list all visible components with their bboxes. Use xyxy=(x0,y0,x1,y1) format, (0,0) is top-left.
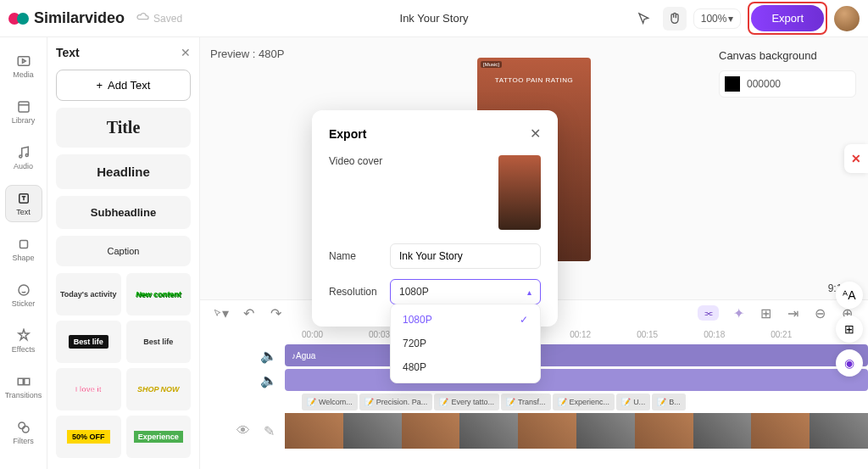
svg-point-3 xyxy=(25,154,28,157)
chevron-up-icon: ▴ xyxy=(527,288,531,297)
preset-todays-activity[interactable]: Today's activity xyxy=(56,273,121,315)
svg-rect-0 xyxy=(18,57,30,66)
text-clip[interactable]: 📝Every tatto... xyxy=(434,394,499,410)
close-icon[interactable]: ✕ xyxy=(181,46,191,59)
auto-subtitle-button[interactable]: ᴬA xyxy=(836,282,863,309)
ai-assistant-button[interactable]: ◉ xyxy=(836,349,863,377)
brand-name: Similarvideo xyxy=(34,9,125,27)
text-panel: Text ✕ +Add Text Title Headline Subheadl… xyxy=(47,37,200,469)
canvas-background-panel: Canvas background 000000 xyxy=(707,37,868,109)
nav-filters[interactable]: Filters xyxy=(5,414,42,451)
add-text-button[interactable]: +Add Text xyxy=(56,70,191,101)
mute-icon[interactable]: 🔈 xyxy=(261,372,276,388)
svg-rect-1 xyxy=(19,102,29,112)
collapse-right-tab[interactable]: ✕ xyxy=(844,144,868,173)
preset-i-love-it[interactable]: I love it xyxy=(56,368,121,410)
nav-library[interactable]: Library xyxy=(5,93,42,131)
resolution-dropdown: 1080P✓ 720P 480P xyxy=(390,304,541,383)
svg-rect-7 xyxy=(18,378,23,385)
brand-logo xyxy=(8,13,29,25)
hand-tool[interactable] xyxy=(663,7,687,31)
text-clip[interactable]: 📝Transf... xyxy=(501,394,551,410)
name-label: Name xyxy=(329,250,381,262)
voice-clip[interactable] xyxy=(285,369,868,391)
saved-label: Saved xyxy=(153,13,182,25)
export-modal: Export ✕ Video cover Name Resolution 108… xyxy=(312,110,558,327)
text-clip[interactable]: 📝Precision. Pa... xyxy=(359,394,433,410)
resolution-select[interactable]: 1080P ▴ xyxy=(390,279,541,304)
resolution-option-480p[interactable]: 480P xyxy=(391,355,540,379)
modal-title: Export xyxy=(329,127,366,141)
zoom-level[interactable]: 100% ▾ xyxy=(693,8,742,29)
video-cover-thumbnail[interactable] xyxy=(498,155,541,230)
nav-text[interactable]: Text xyxy=(5,185,42,222)
pointer-tool-timeline[interactable]: ▾ xyxy=(214,305,229,321)
text-track: 📝Welcom... 📝Precision. Pa... 📝Every tatt… xyxy=(285,394,868,410)
fit-button[interactable]: ⇥ xyxy=(785,305,800,321)
text-clip[interactable]: 📝B... xyxy=(652,394,686,410)
text-style-subheadline[interactable]: Subheadline xyxy=(56,196,191,229)
saved-indicator: Saved xyxy=(136,10,182,26)
svg-point-6 xyxy=(19,285,29,295)
chevron-down-icon: ▾ xyxy=(728,13,733,25)
preset-new-content[interactable]: New content xyxy=(126,273,192,315)
svg-point-9 xyxy=(19,422,25,429)
preset-best-life[interactable]: Best life xyxy=(126,321,192,363)
mute-icon[interactable]: 🔈 xyxy=(261,348,276,363)
svg-rect-5 xyxy=(19,241,27,248)
check-icon: ✓ xyxy=(520,314,528,326)
panel-title: Text xyxy=(56,46,80,59)
name-input[interactable] xyxy=(390,243,541,269)
plus-icon: + xyxy=(97,79,103,92)
left-nav: Media Library Audio Text Shape Sticker E… xyxy=(0,37,47,469)
text-clip[interactable]: 📝U... xyxy=(616,394,650,410)
video-cover-label: Video cover xyxy=(329,155,382,167)
zoom-out-timeline[interactable]: ⊖ xyxy=(812,305,827,321)
link-clips-toggle[interactable]: ⫘ xyxy=(698,305,719,321)
preset-shop-now[interactable]: SHOP NOW xyxy=(126,368,192,410)
avatar[interactable] xyxy=(834,6,860,31)
snap-toggle[interactable]: ✦ xyxy=(731,305,746,321)
cloud-icon xyxy=(136,10,150,26)
text-clip[interactable]: 📝Experienc... xyxy=(553,394,615,410)
svg-point-2 xyxy=(19,155,21,158)
project-title: Ink Your Story xyxy=(400,12,469,25)
text-style-headline[interactable]: Headline xyxy=(56,154,191,189)
audio-clip[interactable]: ♪ Agua xyxy=(285,344,868,366)
resolution-label: Resolution xyxy=(329,286,381,298)
split-button[interactable]: ⊞ xyxy=(758,305,773,321)
nav-sticker[interactable]: Sticker xyxy=(5,276,42,314)
text-clip[interactable]: 📝Welcom... xyxy=(302,394,358,410)
right-panel-title: Canvas background xyxy=(719,49,856,62)
resolution-option-1080p[interactable]: 1080P✓ xyxy=(391,308,540,332)
pointer-tool[interactable] xyxy=(632,7,656,31)
background-color-picker[interactable]: 000000 xyxy=(719,70,856,98)
export-button[interactable]: Export xyxy=(751,5,824,31)
visibility-icon[interactable]: 👁 xyxy=(236,423,251,438)
resolution-option-720p[interactable]: 720P xyxy=(391,332,540,355)
svg-rect-8 xyxy=(24,378,29,385)
video-track[interactable] xyxy=(285,413,868,449)
close-icon[interactable]: ✕ xyxy=(530,126,541,142)
edit-icon[interactable]: ✎ xyxy=(261,423,276,438)
redo-button[interactable]: ↷ xyxy=(268,305,283,321)
color-swatch xyxy=(725,76,740,92)
preset-experience[interactable]: Experience xyxy=(126,416,192,458)
svg-point-10 xyxy=(22,427,29,433)
undo-button[interactable]: ↶ xyxy=(241,305,256,321)
nav-shape[interactable]: Shape xyxy=(5,231,42,268)
apps-button[interactable]: ⊞ xyxy=(836,315,863,343)
text-style-caption[interactable]: Caption xyxy=(56,236,191,266)
nav-effects[interactable]: Effects xyxy=(5,322,42,360)
nav-media[interactable]: Media xyxy=(5,47,42,85)
text-style-title[interactable]: Title xyxy=(56,108,191,148)
nav-transitions[interactable]: Transitions xyxy=(5,368,42,405)
preset-best-life-dark[interactable]: Best life xyxy=(56,321,121,363)
preset-50-off[interactable]: 50% OFF xyxy=(56,416,121,458)
nav-audio[interactable]: Audio xyxy=(5,139,42,176)
